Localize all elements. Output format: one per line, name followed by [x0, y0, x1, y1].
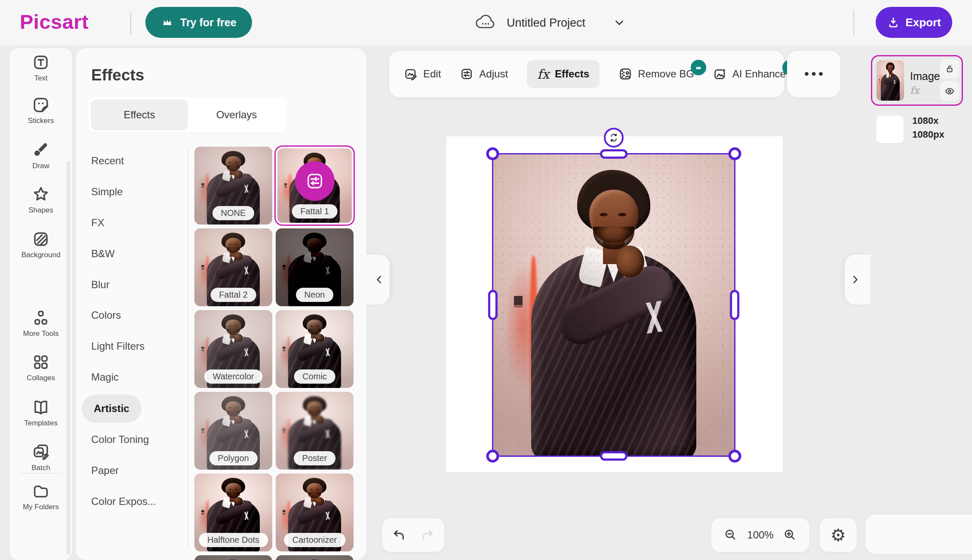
sidebar-item-my-folders[interactable]: My Folders: [9, 482, 72, 511]
category-recent[interactable]: Recent: [83, 147, 132, 175]
portrait-photo: [194, 555, 272, 560]
effect-tile-partial[interactable]: [276, 555, 354, 560]
more-tools-icon: [32, 309, 50, 327]
sidebar-item-draw[interactable]: Draw: [9, 141, 72, 170]
layer-card-image[interactable]: Image fx: [871, 55, 963, 106]
effect-thumbnail: [194, 555, 272, 560]
effect-settings-button[interactable]: [295, 161, 335, 201]
effects-overlays-tabs: Effects Overlays: [89, 97, 287, 132]
gear-icon: ⚙: [831, 525, 846, 545]
zoom-out-button[interactable]: [724, 528, 738, 542]
category-simple[interactable]: Simple: [83, 178, 130, 206]
stickers-icon: [32, 96, 50, 114]
more-tools-menu-button[interactable]: •••: [787, 51, 840, 97]
remove-bg-button-label: Remove BG: [638, 68, 694, 80]
sidebar-item-shapes[interactable]: Shapes: [9, 185, 72, 215]
chevron-down-icon[interactable]: [613, 16, 626, 29]
zoom-level: 100%: [747, 529, 773, 541]
layer-thumbnail: [877, 60, 904, 101]
effect-tile-neon[interactable]: Neon: [276, 228, 354, 306]
category-color-toning[interactable]: Color Toning: [83, 425, 157, 454]
effect-tile-none[interactable]: NONE: [194, 147, 272, 225]
category-blur[interactable]: Blur: [83, 271, 117, 299]
effect-name-pill: NONE: [212, 206, 255, 220]
layer-visibility-button[interactable]: [940, 81, 959, 101]
effect-name-pill: Fattal 2: [210, 288, 256, 302]
canvas-size-card[interactable]: 1080x 1080px: [871, 110, 963, 149]
zoom-controls: 100%: [711, 518, 809, 552]
sidebar-item-label: Shapes: [28, 206, 53, 215]
effect-tile-fattal-2[interactable]: Fattal 2: [194, 228, 272, 306]
try-for-free-button[interactable]: Try for free: [145, 7, 252, 38]
settings-button[interactable]: ⚙: [820, 518, 857, 552]
effect-name-pill: Fattal 1: [292, 204, 338, 218]
tab-effects[interactable]: Effects: [91, 99, 188, 130]
effect-name-pill: Halftone Dots: [199, 533, 268, 547]
lock-layer-button[interactable]: [940, 59, 959, 79]
effects-panel: Effects Effects Overlays Recent Simple F…: [76, 48, 366, 560]
panel-title: Effects: [91, 66, 144, 84]
category-artistic[interactable]: Artistic: [82, 394, 141, 423]
effects-button[interactable]: fx Effects: [527, 60, 600, 88]
edit-button[interactable]: Edit: [404, 67, 441, 81]
sidebar-item-batch[interactable]: Batch: [9, 443, 72, 472]
zoom-in-button[interactable]: [783, 528, 797, 542]
effect-tile-fattal-1[interactable]: Fattal 1: [276, 147, 354, 225]
category-colors[interactable]: Colors: [83, 301, 129, 329]
sidebar-divider: [20, 473, 62, 474]
sidebar-item-collages[interactable]: Collages: [9, 353, 72, 382]
adjust-button[interactable]: Adjust: [460, 67, 508, 81]
category-light-filters[interactable]: Light Filters: [83, 332, 152, 360]
sidebar-item-label: Stickers: [28, 117, 54, 125]
project-name: Untitled Project: [507, 16, 585, 30]
undo-button[interactable]: [392, 528, 406, 542]
effect-tile-partial[interactable]: [194, 555, 272, 560]
background-icon: [32, 230, 50, 248]
ai-enhance-button[interactable]: AI Enhance: [713, 67, 786, 81]
sidebar-item-label: Batch: [31, 464, 50, 472]
effect-tile-watercolor[interactable]: Watercolor: [194, 310, 272, 388]
sidebar-item-stickers[interactable]: Stickers: [9, 96, 72, 125]
sidebar-item-label: Templates: [24, 419, 57, 428]
category-color-exposure[interactable]: Color Expos...: [83, 487, 164, 516]
effect-tile-polygon[interactable]: Polygon: [194, 392, 272, 470]
sidebar-item-templates[interactable]: Templates: [9, 398, 72, 428]
layer-name: Image: [910, 70, 940, 83]
tab-overlays[interactable]: Overlays: [188, 99, 285, 130]
collapse-effects-panel-button[interactable]: [364, 255, 390, 305]
redo-button[interactable]: [421, 528, 434, 542]
remove-bg-icon: [618, 67, 632, 81]
crown-icon: [161, 16, 174, 29]
divider: [130, 12, 131, 34]
picsart-logo[interactable]: Picsart: [20, 10, 89, 34]
divider: [188, 148, 189, 548]
effect-tile-poster[interactable]: Poster: [276, 392, 354, 470]
category-magic[interactable]: Magic: [83, 363, 126, 391]
category-paper[interactable]: Paper: [83, 456, 126, 485]
sidebar-scrollbar[interactable]: [67, 161, 70, 555]
project-menu[interactable]: Untitled Project: [474, 0, 626, 46]
sidebar-item-label: My Folders: [23, 503, 59, 511]
category-bw[interactable]: B&W: [83, 240, 123, 268]
expand-right-panel-button[interactable]: [845, 255, 870, 305]
templates-icon: [32, 398, 50, 416]
effect-tile-comic[interactable]: Comic: [276, 310, 354, 388]
sidebar-item-text[interactable]: Text: [9, 53, 72, 83]
effect-tile-halftone-dots[interactable]: Halftone Dots: [194, 474, 272, 551]
effect-tile-cartoonizer[interactable]: Cartoonizer: [276, 474, 354, 551]
canvas-size-thumbnail: [876, 116, 904, 143]
effect-name-pill: Neon: [296, 288, 334, 302]
rotate-handle[interactable]: [604, 128, 624, 148]
text-icon: [32, 53, 50, 71]
category-fx[interactable]: FX: [83, 209, 112, 237]
sidebar-item-label: More Tools: [23, 329, 59, 338]
export-button[interactable]: Export: [876, 7, 952, 38]
effect-thumbnail: [276, 555, 354, 560]
remove-bg-button[interactable]: Remove BG: [618, 67, 694, 81]
canvas-image[interactable]: [492, 153, 735, 457]
portrait-photo: [877, 60, 904, 101]
sidebar-item-more-tools[interactable]: More Tools: [9, 309, 72, 338]
sidebar-item-label: Text: [34, 74, 47, 83]
sidebar-item-background[interactable]: Background: [9, 230, 72, 259]
effect-name-pill: Cartoonizer: [284, 533, 345, 547]
